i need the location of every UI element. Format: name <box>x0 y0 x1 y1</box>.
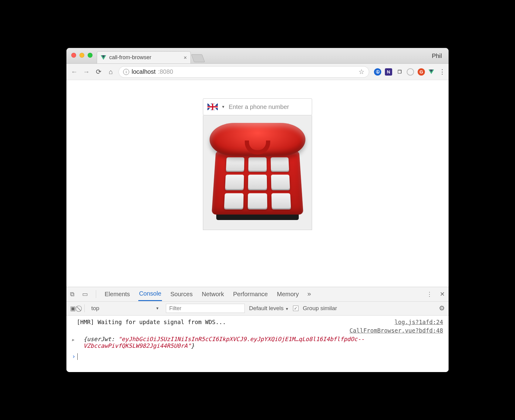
browser-tab[interactable]: call-from-browser × <box>97 51 191 63</box>
text-cursor <box>77 353 78 360</box>
devtools-tab-performance[interactable]: Performance <box>233 288 269 301</box>
address-bar[interactable]: i localhost:8080 ☆ <box>119 66 369 78</box>
country-flag-icon[interactable] <box>207 103 218 110</box>
extension-icon-n[interactable]: N <box>385 68 392 76</box>
bookmark-star-icon[interactable]: ☆ <box>358 68 365 76</box>
reload-button[interactable]: ⟳ <box>94 68 103 76</box>
device-toolbar-icon[interactable]: ▭ <box>82 290 88 298</box>
back-button[interactable]: ← <box>70 68 79 76</box>
group-similar-label: Group similar <box>303 305 337 312</box>
phone-number-input[interactable]: ▼ Enter a phone number <box>203 98 312 115</box>
devtools-tabstrip: ⧉ ▭ Elements Console Sources Network Per… <box>66 287 449 302</box>
tab-title: call-from-browser <box>109 54 151 61</box>
chevron-down-icon: ▼ <box>156 306 159 310</box>
page-content: ▼ Enter a phone number <box>66 80 449 287</box>
console-filter-input[interactable] <box>166 304 245 313</box>
extension-icon-g[interactable]: G <box>418 68 425 76</box>
site-info-icon[interactable]: i <box>123 69 129 75</box>
console-sidebar-toggle-icon[interactable]: ▣ <box>70 305 76 312</box>
new-tab-button[interactable] <box>191 54 205 62</box>
devtools-close-icon[interactable]: ✕ <box>440 290 445 298</box>
close-window-button[interactable] <box>71 53 76 58</box>
devtools-tab-memory[interactable]: Memory <box>276 288 299 301</box>
log-entry: CallFromBrowser.vue?bdfd:48 <box>66 327 449 335</box>
devtools-more-tabs-icon[interactable]: » <box>307 290 311 298</box>
address-host: localhost <box>132 68 156 75</box>
zoom-window-button[interactable] <box>88 53 93 58</box>
devtools-tab-elements[interactable]: Elements <box>104 288 130 301</box>
navbar: ← → ⟳ ⌂ i localhost:8080 ☆ ① N ❐ G ⋮ <box>66 64 449 80</box>
log-object-entry[interactable]: ▶ {userJwt: "eyJhbGciOiJSUzI1NiIsInR5cCI… <box>66 335 449 350</box>
extension-icons: ① N ❐ G <box>373 68 435 76</box>
log-object-prefix: {userJwt: <box>83 336 118 342</box>
log-levels-label: Default levels <box>249 305 284 311</box>
telephone-icon <box>209 121 306 224</box>
extension-icon-circle[interactable] <box>407 68 414 76</box>
log-source-link[interactable]: log.js?1afd:24 <box>395 319 443 325</box>
log-entry: [HMR] Waiting for update signal from WDS… <box>66 317 449 327</box>
profile-name[interactable]: Phil <box>432 52 442 59</box>
devtools-tab-network[interactable]: Network <box>201 288 224 301</box>
log-source-link[interactable]: CallFromBrowser.vue?bdfd:48 <box>349 327 443 334</box>
phone-illustration <box>203 115 312 230</box>
vue-icon <box>101 55 106 60</box>
console-prompt[interactable]: › <box>66 350 449 363</box>
extension-icon-tabs[interactable]: ❐ <box>396 68 403 76</box>
inspect-element-icon[interactable]: ⧉ <box>70 291 74 298</box>
execution-context-value: top <box>91 305 99 312</box>
phone-input-placeholder: Enter a phone number <box>229 103 289 110</box>
home-button[interactable]: ⌂ <box>106 68 115 76</box>
devtools-panel: ⧉ ▭ Elements Console Sources Network Per… <box>66 287 449 372</box>
separator <box>84 304 85 312</box>
expand-triangle-icon[interactable]: ▶ <box>72 337 74 342</box>
log-object-suffix: } <box>191 342 194 349</box>
phone-widget: ▼ Enter a phone number <box>203 98 312 287</box>
devtools-tab-console[interactable]: Console <box>138 287 162 301</box>
console-settings-icon[interactable]: ⚙ <box>439 304 445 312</box>
forward-button[interactable]: → <box>82 68 91 76</box>
devtools-tab-sources[interactable]: Sources <box>170 288 193 301</box>
minimize-window-button[interactable] <box>79 53 84 58</box>
window-controls <box>71 53 93 58</box>
console-toolbar: ▣ ⃠ top ▼ Default levels ▼ ✓ Group simil… <box>66 302 449 316</box>
separator <box>96 290 96 298</box>
devtools-menu-icon[interactable]: ⋮ <box>426 290 433 298</box>
log-message: [HMR] Waiting for update signal from WDS… <box>77 319 226 325</box>
group-similar-checkbox[interactable]: ✓ <box>293 306 298 311</box>
log-object-value: "eyJhbGciOiJSUzI1NiIsInR5cCI6IkpXVCJ9.ey… <box>83 336 365 349</box>
close-tab-button[interactable]: × <box>183 55 187 60</box>
log-levels-select[interactable]: Default levels ▼ <box>249 305 289 312</box>
execution-context-select[interactable]: top ▼ <box>89 304 162 313</box>
chrome-menu-button[interactable]: ⋮ <box>439 68 445 76</box>
titlebar: call-from-browser × Phil <box>66 48 449 64</box>
onepassword-extension-icon[interactable]: ① <box>374 68 381 76</box>
chevron-down-icon: ▼ <box>285 307 289 311</box>
country-dropdown-caret-icon[interactable]: ▼ <box>221 105 225 109</box>
console-log: [HMR] Waiting for update signal from WDS… <box>66 316 449 372</box>
vue-devtools-extension-icon[interactable] <box>429 69 434 74</box>
address-port: :8080 <box>158 68 173 75</box>
browser-window: call-from-browser × Phil ← → ⟳ ⌂ i local… <box>66 48 449 372</box>
